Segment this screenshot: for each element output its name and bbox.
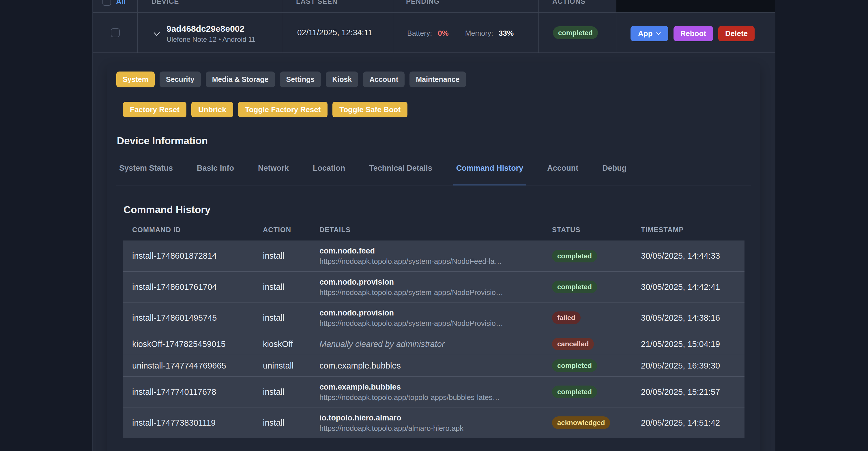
command-row[interactable]: kioskOff-1747825459015 kioskOff Manually… — [123, 333, 744, 355]
column-header-action: ACTION — [263, 226, 319, 234]
tab-settings[interactable]: Settings — [280, 71, 321, 87]
device-last-seen: 02/11/2025, 12:34:11 — [297, 28, 373, 37]
divider — [538, 0, 539, 12]
memory-label: Memory: — [465, 29, 493, 37]
device-actions: App Reboot Delete — [630, 26, 754, 41]
device-information-title: Device Information — [117, 134, 208, 147]
device-detail-card: System Security Media & Storage Settings… — [107, 63, 761, 451]
tab-media-storage[interactable]: Media & Storage — [206, 71, 275, 87]
header-actions-strip — [616, 0, 775, 12]
tab-account-info[interactable]: Account — [544, 161, 581, 185]
column-header-status: STATUS — [552, 226, 641, 234]
tab-system[interactable]: System — [116, 71, 155, 87]
device-info-tabs: System Status Basic Info Network Locatio… — [116, 161, 751, 185]
command-details: com.nodo.feedhttps://nodoapk.topolo.app/… — [319, 246, 552, 266]
column-header-pending: PENDING — [406, 0, 439, 6]
command-row[interactable]: install-1748601495745 install com.nodo.p… — [123, 302, 744, 333]
device-row: 9ad468dc29e8e002 Ulefone Note 12 • Andro… — [93, 13, 775, 53]
command-action: install — [263, 282, 319, 292]
sidebar — [0, 0, 93, 451]
memory-value: 33% — [499, 29, 514, 37]
command-timestamp: 20/05/2025, 14:51:42 — [641, 418, 744, 428]
unbrick-button[interactable]: Unbrick — [191, 102, 233, 117]
main-panel: All DEVICE LAST SEEN PENDING ACTIONS 9ad… — [93, 0, 775, 451]
tab-location[interactable]: Location — [310, 161, 348, 185]
command-row[interactable]: install-1748601872814 install com.nodo.f… — [123, 240, 744, 271]
column-header-command-id: COMMAND ID — [123, 226, 263, 234]
command-row[interactable]: uninstall-1747744769665 uninstall com.ex… — [123, 355, 744, 376]
device-table-header: All DEVICE LAST SEEN PENDING ACTIONS — [93, 0, 775, 13]
command-id: uninstall-1747744769665 — [123, 361, 263, 371]
divider — [283, 0, 283, 12]
select-all-checkbox[interactable] — [102, 0, 111, 6]
package-url: https://nodoapk.topolo.app/topolo-apps/b… — [319, 393, 552, 402]
tab-maintenance[interactable]: Maintenance — [409, 71, 466, 87]
command-details: com.example.bubbles — [319, 360, 552, 371]
command-status: completed — [552, 359, 641, 372]
package-name: com.nodo.provision — [319, 277, 552, 287]
device-checkbox[interactable] — [111, 28, 120, 37]
status-badge: cancelled — [552, 338, 594, 350]
tab-security[interactable]: Security — [160, 71, 201, 87]
command-status: failed — [552, 312, 641, 324]
command-timestamp: 30/05/2025, 14:42:41 — [641, 282, 744, 292]
tab-technical-details[interactable]: Technical Details — [366, 161, 435, 185]
status-badge: completed — [552, 281, 597, 293]
command-action: install — [263, 418, 319, 428]
status-badge: completed — [552, 359, 597, 372]
tab-network[interactable]: Network — [255, 161, 292, 185]
column-header-last-seen: LAST SEEN — [296, 0, 338, 6]
command-note: Manually cleared by administrator — [319, 339, 552, 349]
command-row[interactable]: install-1747740117678 install com.exampl… — [123, 376, 744, 407]
command-status: cancelled — [552, 338, 641, 350]
command-details: com.nodo.provisionhttps://nodoapk.topolo… — [319, 308, 552, 328]
chevron-down-icon[interactable] — [154, 32, 160, 36]
device-id[interactable]: 9ad468dc29e8e002 — [166, 24, 244, 34]
command-table-header: COMMAND ID ACTION DETAILS STATUS TIMESTA… — [123, 226, 744, 240]
command-action: install — [263, 251, 319, 261]
divider — [616, 13, 616, 53]
delete-button[interactable]: Delete — [718, 26, 754, 41]
command-row[interactable]: install-1747738301119 install io.topolo.… — [123, 407, 744, 438]
battery-label: Battery: — [407, 29, 432, 37]
command-id: install-1747740117678 — [123, 387, 263, 397]
command-status: completed — [552, 281, 641, 293]
device-pending-cell: Battery:0%Memory:33% — [407, 29, 514, 37]
app-button[interactable]: App — [630, 26, 668, 41]
column-header-device: DEVICE — [152, 0, 179, 6]
tab-command-history[interactable]: Command History — [453, 161, 526, 185]
command-status: acknowledged — [552, 416, 641, 429]
package-name: com.nodo.provision — [319, 308, 552, 318]
divider — [538, 13, 539, 53]
command-id: install-1748601761704 — [123, 282, 263, 292]
tab-debug[interactable]: Debug — [599, 161, 629, 185]
tab-kiosk[interactable]: Kiosk — [326, 71, 358, 87]
command-details: com.example.bubbleshttps://nodoapk.topol… — [319, 382, 552, 402]
reboot-button[interactable]: Reboot — [674, 26, 713, 41]
tab-system-status[interactable]: System Status — [116, 161, 176, 185]
command-id: kioskOff-1747825459015 — [123, 340, 263, 349]
tab-basic-info[interactable]: Basic Info — [194, 161, 237, 185]
tab-account[interactable]: Account — [363, 71, 405, 87]
command-action: kioskOff — [263, 340, 319, 349]
toggle-factory-reset-button[interactable]: Toggle Factory Reset — [238, 102, 328, 117]
package-name: com.nodo.feed — [319, 246, 552, 256]
command-id: install-1748601495745 — [123, 313, 263, 323]
command-row[interactable]: install-1748601761704 install com.nodo.p… — [123, 271, 744, 302]
status-badge: acknowledged — [552, 416, 610, 429]
factory-reset-button[interactable]: Factory Reset — [123, 102, 186, 117]
toggle-safe-boot-button[interactable]: Toggle Safe Boot — [333, 102, 407, 117]
command-action: install — [263, 387, 319, 397]
command-id: install-1747738301119 — [123, 418, 263, 428]
column-header-actions: ACTIONS — [552, 0, 586, 6]
device-subtitle: Ulefone Note 12 • Android 11 — [166, 35, 255, 44]
select-all-label[interactable]: All — [116, 0, 126, 6]
status-badge: completed — [552, 386, 597, 398]
package-url: https://nodoapk.topolo.app/system-apps/N… — [319, 319, 552, 328]
command-id: install-1748601872814 — [123, 251, 263, 261]
command-timestamp: 30/05/2025, 14:44:33 — [641, 251, 744, 261]
system-actions: Factory Reset Unbrick Toggle Factory Res… — [123, 102, 407, 117]
battery-value: 0% — [438, 29, 449, 37]
command-timestamp: 30/05/2025, 14:38:16 — [641, 313, 744, 323]
package-name: com.example.bubbles — [319, 360, 552, 371]
